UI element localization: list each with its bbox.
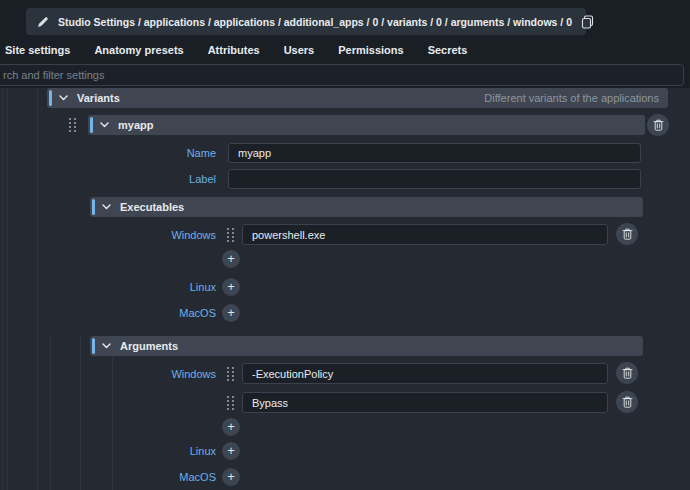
variant-myapp-header[interactable]: myapp: [88, 115, 645, 135]
add-windows-argument-button[interactable]: +: [222, 418, 240, 436]
variants-section-description: Different variants of the applications: [484, 92, 668, 104]
delete-argument-button[interactable]: [616, 362, 638, 384]
chevron-down-icon: [102, 343, 111, 349]
drag-handle-icon[interactable]: [68, 117, 77, 134]
label-field-row: Label: [0, 169, 690, 189]
variants-section-header[interactable]: Variants Different variants of the appli…: [47, 88, 668, 108]
label-input[interactable]: [228, 169, 641, 189]
arguments-section-title: Arguments: [120, 340, 178, 352]
arguments-linux-row: Linux +: [0, 442, 690, 460]
chevron-down-icon: [59, 95, 68, 101]
edit-pencil-icon: [37, 16, 49, 28]
arguments-section-header[interactable]: Arguments: [90, 336, 643, 356]
settings-panel: Variants Different variants of the appli…: [0, 88, 690, 490]
executables-macos-label: MacOS: [0, 304, 216, 322]
tab-site-settings[interactable]: Site settings: [5, 44, 70, 56]
tab-attributes[interactable]: Attributes: [208, 44, 260, 56]
indent-guide: [80, 336, 81, 490]
variants-section-title: Variants: [77, 92, 120, 104]
executables-section-header[interactable]: Executables: [90, 197, 643, 217]
arguments-windows-row: [0, 392, 690, 413]
add-macos-argument-button[interactable]: +: [222, 468, 240, 486]
variant-title: myapp: [118, 119, 153, 131]
add-windows-executable-button[interactable]: +: [222, 250, 240, 268]
arguments-windows-add-row: +: [0, 418, 690, 436]
arguments-windows-row: Windows: [0, 363, 690, 384]
tab-anatomy-presets[interactable]: Anatomy presets: [94, 44, 183, 56]
arguments-windows-input-0[interactable]: [242, 363, 608, 384]
arguments-macos-label: MacOS: [0, 468, 216, 486]
tab-secrets[interactable]: Secrets: [428, 44, 468, 56]
executables-linux-label: Linux: [0, 278, 216, 296]
name-field-label: Name: [0, 143, 216, 163]
drag-handle-icon[interactable]: [226, 365, 235, 382]
delete-argument-button[interactable]: [616, 391, 638, 413]
top-header: Studio Settings / applications / applica…: [0, 0, 690, 88]
tab-bar: Site settings Anatomy presets Attributes…: [5, 41, 467, 59]
tab-users[interactable]: Users: [284, 44, 315, 56]
arguments-windows-label: Windows: [0, 363, 216, 384]
arguments-linux-label: Linux: [0, 442, 216, 460]
copy-icon[interactable]: [581, 15, 594, 29]
add-macos-executable-button[interactable]: +: [222, 304, 240, 322]
arguments-windows-input-1[interactable]: [242, 392, 608, 413]
breadcrumb[interactable]: Studio Settings / applications / applica…: [26, 8, 586, 35]
chevron-down-icon: [100, 122, 109, 128]
executables-windows-add-row: +: [0, 250, 690, 268]
executables-windows-row: Windows: [0, 224, 690, 245]
executables-macos-row: MacOS +: [0, 304, 690, 322]
name-input[interactable]: [228, 143, 641, 163]
drag-handle-icon[interactable]: [226, 226, 235, 243]
app-root: Studio Settings / applications / applica…: [0, 0, 690, 490]
tab-permissions[interactable]: Permissions: [338, 44, 403, 56]
add-linux-executable-button[interactable]: +: [222, 278, 240, 296]
delete-variant-button[interactable]: [647, 114, 669, 136]
executables-windows-input-0[interactable]: [242, 224, 608, 245]
arguments-macos-row: MacOS +: [0, 468, 690, 486]
chevron-down-icon: [102, 204, 111, 210]
indent-guide: [112, 336, 113, 490]
drag-handle-icon[interactable]: [226, 394, 235, 411]
executables-windows-label: Windows: [0, 224, 216, 245]
name-field-row: Name: [0, 143, 690, 163]
breadcrumb-text: Studio Settings / applications / applica…: [58, 16, 572, 28]
executables-linux-row: Linux +: [0, 278, 690, 296]
label-field-label: Label: [0, 169, 216, 189]
variant-item-row: myapp: [0, 114, 690, 136]
executables-section-title: Executables: [120, 201, 184, 213]
indent-guide: [50, 336, 51, 490]
add-linux-argument-button[interactable]: +: [222, 442, 240, 460]
search-input[interactable]: [0, 64, 684, 86]
delete-executable-button[interactable]: [616, 223, 638, 245]
